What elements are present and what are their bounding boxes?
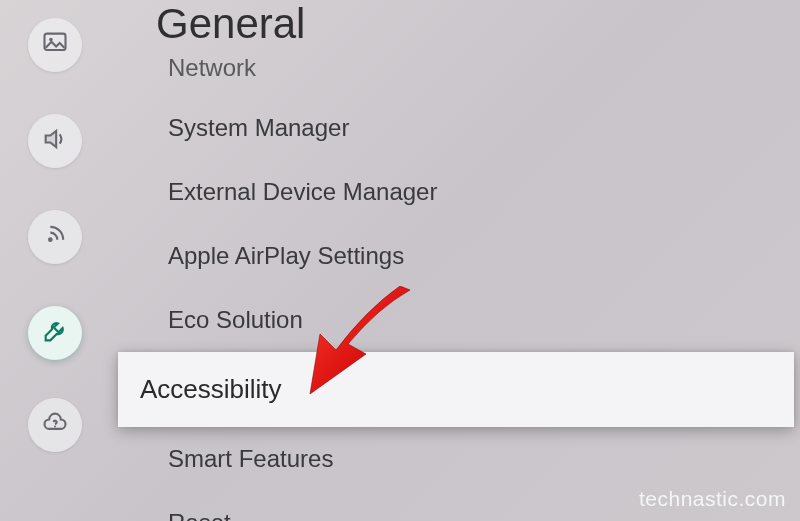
menu-item-label: Smart Features	[168, 445, 333, 472]
cloud-question-icon	[41, 409, 69, 441]
sidebar-item-broadcasting[interactable]	[28, 210, 82, 264]
speaker-icon	[41, 125, 69, 157]
menu-item-accessibility[interactable]: Accessibility	[118, 352, 794, 427]
menu-item-label: Reset	[168, 509, 231, 521]
svg-point-1	[49, 38, 53, 42]
sidebar-item-sound[interactable]	[28, 114, 82, 168]
sidebar-item-support[interactable]	[28, 398, 82, 452]
menu-item-network[interactable]: Network	[128, 52, 800, 96]
watermark: technastic.com	[639, 487, 786, 511]
menu-item-label: External Device Manager	[168, 178, 437, 205]
menu-item-label: Accessibility	[140, 374, 282, 404]
menu-item-apple-airplay-settings[interactable]: Apple AirPlay Settings	[128, 224, 800, 288]
settings-sidebar	[20, 0, 90, 521]
sidebar-item-picture[interactable]	[28, 18, 82, 72]
svg-rect-0	[45, 34, 66, 50]
menu-item-label: System Manager	[168, 114, 349, 141]
menu-item-eco-solution[interactable]: Eco Solution	[128, 288, 800, 352]
sidebar-item-general[interactable]	[28, 306, 82, 360]
page-title: General	[128, 0, 800, 48]
svg-point-2	[48, 237, 53, 242]
menu-item-system-manager[interactable]: System Manager	[128, 96, 800, 160]
svg-point-3	[54, 426, 56, 428]
wrench-icon	[41, 317, 69, 349]
menu-item-label: Eco Solution	[168, 306, 303, 333]
menu-item-label: Network	[168, 54, 256, 81]
menu-item-smart-features[interactable]: Smart Features	[128, 427, 800, 491]
main-panel: General Network System Manager External …	[128, 0, 800, 521]
picture-icon	[41, 29, 69, 61]
settings-menu-list: Network System Manager External Device M…	[128, 52, 800, 521]
satellite-icon	[41, 221, 69, 253]
menu-item-label: Apple AirPlay Settings	[168, 242, 404, 269]
menu-item-external-device-manager[interactable]: External Device Manager	[128, 160, 800, 224]
